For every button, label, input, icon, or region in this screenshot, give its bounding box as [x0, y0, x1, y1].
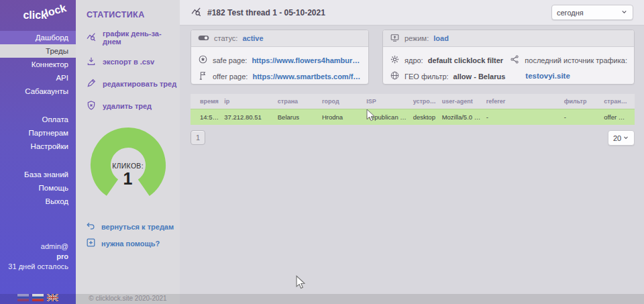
logo-click: click — [23, 9, 47, 21]
clicklock-logo[interactable]: clicklock — [0, 0, 76, 21]
mode-label: режим: — [405, 34, 429, 42]
shield-x-icon — [86, 100, 97, 112]
gauge-center: КЛИКОВ: 1 — [87, 162, 170, 187]
pagination: 1 20 — [180, 125, 644, 146]
col-filter: фильтр — [561, 98, 602, 105]
sidebar-item-api[interactable]: API — [0, 71, 76, 85]
period-select[interactable]: сегодня — [551, 5, 633, 20]
status-value: active — [242, 34, 263, 42]
sidebar-item-logout[interactable]: Выход — [0, 195, 76, 208]
share-icon — [510, 54, 520, 66]
offer-page-link[interactable]: https://www.smartbets.com/football/tea..… — [252, 72, 362, 81]
flag-icon — [198, 70, 208, 82]
safe-page-row: safe page: https://www.flowers4hamburg.c… — [198, 54, 362, 66]
action-delete-thread[interactable]: удалить тред — [86, 100, 180, 112]
globe-icon — [390, 70, 400, 82]
col-time: время — [191, 98, 221, 105]
sidebar-item-help[interactable]: Помощь — [0, 181, 76, 195]
col-referer: referer — [484, 98, 561, 105]
page-1-button[interactable]: 1 — [191, 130, 205, 145]
flag-en-icon[interactable] — [47, 294, 58, 301]
cell-ip: 37.212.80.51 — [221, 113, 274, 121]
col-page: страница — [601, 98, 635, 105]
action-label: график день-за-днем — [103, 30, 180, 46]
thread-title: #182 Test thread 1 - 05-10-2021 — [191, 6, 325, 19]
main-header: #182 Test thread 1 - 05-10-2021 сегодня — [180, 0, 644, 26]
clicks-gauge: КЛИКОВ: 1 — [87, 125, 170, 205]
chevron-down-icon — [621, 8, 628, 17]
mode-panel-header: режим: load — [383, 30, 634, 47]
flag-ru-icon[interactable] — [32, 294, 44, 301]
cell-country: Belarus — [275, 113, 319, 121]
account-email: admin@ — [0, 242, 68, 252]
offer-page-label: offer page: — [213, 72, 248, 81]
sidebar-item-settings[interactable]: Настройки — [0, 140, 76, 153]
col-country: страна — [275, 98, 319, 105]
col-isp: ISP — [364, 98, 411, 105]
mode-panel-right-col: последний источник трафика: testovyi.sit… — [510, 50, 627, 82]
mode-panel: режим: load ядро: default clicklock filt… — [382, 30, 635, 85]
action-export-csv[interactable]: экспорт в .csv — [86, 56, 180, 68]
link-back-to-threads[interactable]: вернуться к тредам — [86, 221, 180, 232]
stats-panel: СТАТИСТИКА график день-за-днем экспорт в… — [76, 0, 180, 304]
action-label: экспорт в .csv — [103, 58, 154, 66]
safe-page-link[interactable]: https://www.flowers4hamburg.com/ — [252, 56, 362, 64]
cell-city: Hrodna — [319, 113, 364, 121]
language-switcher — [0, 294, 76, 301]
download-icon — [86, 56, 97, 68]
traffic-source-row: последний источник трафика: — [510, 54, 627, 66]
cell-page: offer page — [601, 113, 635, 121]
gear-icon — [390, 54, 400, 66]
undo-icon — [86, 221, 96, 232]
clicklock-app: clicklock Дашборд Треды Коннектор API Са… — [0, 0, 644, 304]
link-need-help[interactable]: нужна помощь? — [86, 238, 180, 249]
action-chart-day-by-day[interactable]: график день-за-днем — [86, 30, 180, 46]
main-content: #182 Test thread 1 - 05-10-2021 сегодня … — [180, 0, 644, 304]
sidebar-item-payment[interactable]: Оплата — [0, 113, 76, 126]
mode-panel-left-col: ядро: default clicklock filter ГЕО фильт… — [390, 50, 510, 82]
geo-filter-label: ГЕО фильтр: — [405, 72, 449, 81]
sidebar-item-knowledge-base[interactable]: База знаний — [0, 168, 76, 181]
screen-icon — [390, 33, 400, 44]
mode-value: load — [433, 34, 449, 42]
table-row: 14:58:52 37.212.80.51 Belarus Hrodna Rep… — [191, 109, 635, 125]
geo-filter-value: allow - Belarus — [453, 72, 506, 81]
sidebar-item-connector[interactable]: Коннектор — [0, 58, 76, 71]
traffic-source-link[interactable]: testovyi.site — [525, 72, 627, 80]
status-panel-header: статус: active — [191, 30, 368, 47]
help-plus-icon — [86, 238, 96, 249]
offer-page-row: offer page: https://www.smartbets.com/fo… — [198, 70, 362, 82]
account-days-left: 31 дней осталось — [0, 262, 68, 272]
flag-ru-dim-icon[interactable] — [17, 294, 29, 301]
cell-device: desktop — [411, 113, 439, 121]
account-plan: pro — [0, 252, 68, 262]
sidebar: clicklock Дашборд Треды Коннектор API Са… — [0, 0, 76, 304]
link-label: нужна помощь? — [101, 240, 160, 248]
toggle-icon — [198, 34, 209, 44]
traffic-source-label: последний источник трафика: — [525, 56, 627, 64]
table-header-row: время ip страна город ISP устройство use… — [191, 94, 635, 109]
sidebar-item-dashboard[interactable]: Дашборд — [0, 31, 76, 44]
stats-title: СТАТИСТИКА — [76, 0, 180, 19]
action-label: редактировать тред — [103, 80, 176, 88]
sidebar-item-threads[interactable]: Треды — [0, 44, 76, 58]
sidebar-item-partners[interactable]: Партнерам — [0, 126, 76, 140]
clicks-table: время ip страна город ISP устройство use… — [191, 94, 635, 125]
status-label: статус: — [214, 34, 237, 42]
core-row: ядро: default clicklock filter — [390, 54, 510, 66]
period-select-value: сегодня — [557, 9, 584, 17]
pencil-icon — [86, 78, 97, 90]
status-panel-body: safe page: https://www.flowers4hamburg.c… — [191, 47, 368, 82]
status-panel: статус: active safe page: https://www.fl… — [191, 30, 369, 85]
copyright: © clicklock.site 2020-2021 — [76, 295, 180, 302]
per-page-select[interactable]: 20 — [608, 130, 635, 146]
sidebar-item-subaccounts[interactable]: Сабакаунты — [0, 85, 76, 98]
safe-page-label: safe page: — [213, 56, 247, 64]
cell-referer: - — [484, 113, 561, 121]
core-label: ядро: — [405, 56, 423, 64]
chevron-down-icon — [623, 134, 629, 142]
geo-filter-row: ГЕО фильтр: allow - Belarus — [390, 70, 510, 82]
action-edit-thread[interactable]: редактировать тред — [86, 78, 180, 90]
cell-user-agent: Mozilla/5.0 (Win... — [439, 113, 484, 121]
shield-star-icon — [198, 54, 208, 66]
